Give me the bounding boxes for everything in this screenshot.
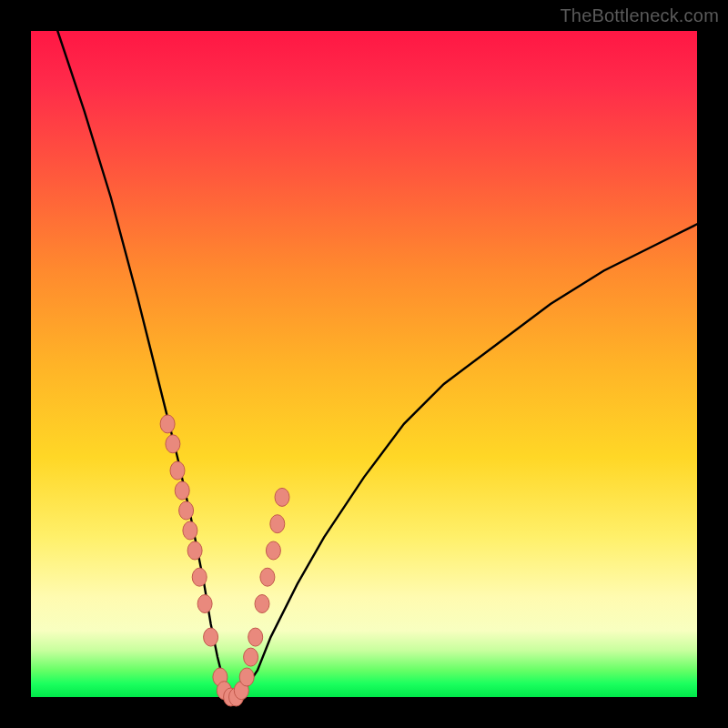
highlight-dot [244, 648, 258, 666]
highlight-dot [270, 515, 285, 533]
highlighted-dots-group [160, 415, 289, 706]
watermark-text: TheBottleneck.com [560, 5, 719, 26]
highlight-dot [255, 595, 269, 613]
highlight-dot [239, 668, 254, 686]
highlight-dot [248, 628, 263, 646]
highlight-dot [197, 595, 212, 613]
highlight-dot [170, 461, 185, 480]
chart-frame: TheBottleneck.com [0, 0, 728, 728]
highlight-dot [204, 628, 218, 646]
chart-svg [31, 31, 697, 697]
highlight-dot [175, 481, 189, 500]
highlight-dot [260, 568, 275, 586]
highlight-dot [183, 521, 197, 540]
bottleneck-curve [57, 31, 697, 697]
highlight-dot [160, 415, 175, 433]
highlight-dot [266, 541, 280, 560]
highlight-dot [192, 568, 207, 586]
highlight-dot [166, 435, 180, 453]
highlight-dot [179, 501, 194, 520]
plot-area [31, 31, 697, 697]
highlight-dot [187, 541, 202, 560]
highlight-dot [275, 488, 289, 506]
